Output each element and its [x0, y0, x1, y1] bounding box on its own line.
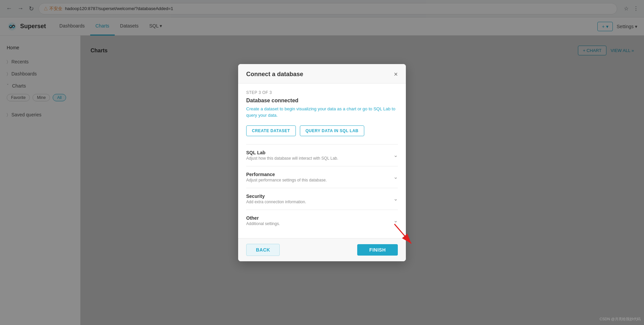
accordion-security-subtitle: Add extra connection information.: [246, 200, 306, 204]
modal-footer: BACK FINISH: [238, 238, 406, 261]
query-sql-button[interactable]: QUERY DATA IN SQL LAB: [300, 125, 364, 136]
db-connected-title: Database connected: [246, 98, 398, 104]
accordion-security: Security Add extra connection informatio…: [246, 188, 398, 210]
watermark: CSDN @月亮给我抄代码: [600, 317, 641, 322]
db-desc-text: Create a dataset to begin visualizing yo…: [246, 106, 395, 118]
accordion-performance-title: Performance: [246, 172, 327, 177]
modal-title: Connect a database: [246, 71, 303, 78]
sql-lab-chevron-icon: ⌄: [393, 152, 398, 158]
step-label: STEP 3 OF 3: [246, 90, 398, 95]
accordion-other-header[interactable]: Other Additional settings. ⌄: [246, 210, 398, 231]
accordion-other-title-block: Other Additional settings.: [246, 215, 280, 226]
accordion-performance: Performance Adjust performance settings …: [246, 166, 398, 188]
security-chevron-icon: ⌄: [393, 196, 398, 202]
connect-database-modal: Connect a database × STEP 3 OF 3 Databas…: [238, 64, 406, 261]
modal-body: STEP 3 OF 3 Database connected Create a …: [238, 84, 406, 238]
accordion-sql-lab-title: SQL Lab: [246, 150, 338, 155]
accordion-other-subtitle: Additional settings.: [246, 221, 280, 226]
other-chevron-icon: ⌄: [393, 217, 398, 224]
modal-close-button[interactable]: ×: [394, 71, 398, 77]
accordion-security-title-block: Security Add extra connection informatio…: [246, 194, 306, 204]
finish-btn-container: FINISH: [357, 244, 398, 256]
create-dataset-button[interactable]: CREATE DATASET: [246, 125, 296, 136]
accordion-other: Other Additional settings. ⌄: [246, 210, 398, 231]
accordion-performance-title-block: Performance Adjust performance settings …: [246, 172, 327, 182]
accordion-other-title: Other: [246, 215, 280, 221]
accordion-sql-lab: SQL Lab Adjust how this database will in…: [246, 144, 398, 166]
back-button[interactable]: BACK: [246, 244, 280, 256]
accordion-sql-lab-title-block: SQL Lab Adjust how this database will in…: [246, 150, 338, 161]
modal-overlay[interactable]: Connect a database × STEP 3 OF 3 Databas…: [0, 0, 644, 325]
accordion-performance-header[interactable]: Performance Adjust performance settings …: [246, 166, 398, 188]
db-connected-desc: Create a dataset to begin visualizing yo…: [246, 106, 398, 119]
finish-button[interactable]: FINISH: [357, 244, 398, 256]
modal-header: Connect a database ×: [238, 64, 406, 84]
performance-chevron-icon: ⌄: [393, 174, 398, 180]
accordion-performance-subtitle: Adjust performance settings of this data…: [246, 178, 327, 182]
accordion-sql-lab-subtitle: Adjust how this database will interact w…: [246, 156, 338, 161]
accordion-security-title: Security: [246, 194, 306, 199]
accordion-security-header[interactable]: Security Add extra connection informatio…: [246, 188, 398, 210]
action-buttons: CREATE DATASET QUERY DATA IN SQL LAB: [246, 125, 398, 136]
accordion-sql-lab-header[interactable]: SQL Lab Adjust how this database will in…: [246, 145, 398, 166]
